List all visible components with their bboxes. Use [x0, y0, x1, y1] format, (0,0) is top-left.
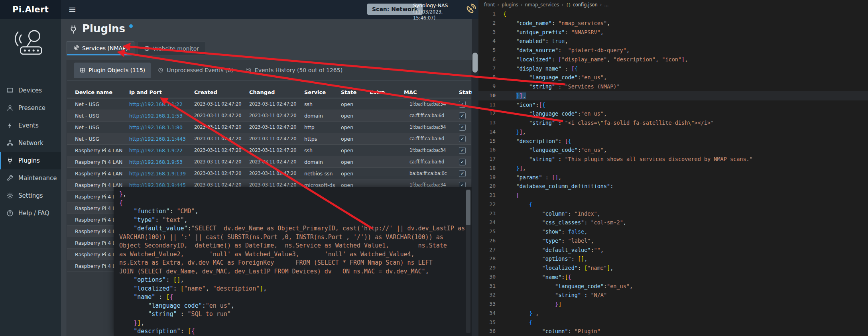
- column-header-status[interactable]: Status: [459, 89, 472, 95]
- editor-line[interactable]: 19 "params" : [],: [478, 173, 868, 182]
- brand-logo[interactable]: Pi.Alert: [0, 0, 61, 19]
- ip-port-link[interactable]: http://192.168.1.1:22: [129, 101, 183, 107]
- editor-line[interactable]: 2 "code_name": "nmap_services",: [478, 19, 868, 28]
- breadcrumb-item-nmap-services[interactable]: nmap_services: [525, 2, 559, 8]
- editor-line[interactable]: 35 {: [478, 318, 868, 327]
- status-checkbox[interactable]: ✓: [459, 124, 466, 131]
- table-row[interactable]: Net - USGhttp://192.168.1.1:532023-03-11…: [67, 110, 471, 122]
- table-row[interactable]: Net - USGhttp://192.168.1.1:4432023-03-1…: [67, 133, 471, 145]
- editor-line[interactable]: 11 "icon":[{: [478, 100, 868, 110]
- subtab-unprocessed-events-0[interactable]: Unprocessed Events (0): [152, 63, 239, 78]
- editor-line[interactable]: 29 "localized": ["name"],: [478, 263, 868, 273]
- sidebar-item-plugins[interactable]: Plugins: [0, 152, 61, 169]
- ip-port-link[interactable]: http://192.168.1.1:53: [129, 113, 183, 119]
- editor-line[interactable]: 7 "display_name" : [{: [478, 64, 868, 73]
- sidebar-item-presence[interactable]: Presence: [0, 99, 61, 117]
- editor-line[interactable]: 13 "string" : "<i class=\"fa-solid fa-sa…: [478, 118, 868, 128]
- editor-line[interactable]: 24 "css_classes": "col-sm-2",: [478, 218, 868, 227]
- status-cell: ✓: [459, 124, 472, 131]
- hamburger-menu-icon[interactable]: ≡: [64, 0, 81, 19]
- overlay-scrollbar[interactable]: [466, 189, 470, 333]
- plugin-subtabs: Plugin Objects (115)Unprocessed Events (…: [67, 60, 471, 81]
- column-header-created[interactable]: Created: [194, 89, 249, 95]
- editor-line[interactable]: 20 "database_column_definitions":: [478, 182, 868, 191]
- status-checkbox[interactable]: ✓: [459, 101, 466, 108]
- editor-line[interactable]: 4 "enabled": true,: [478, 37, 868, 46]
- tab-services-nmap[interactable]: Services (NMAP): [67, 41, 134, 55]
- editor-line[interactable]: 32 "string" : "N/A": [478, 291, 868, 300]
- editor-line[interactable]: 36 "column": "Plugin": [478, 327, 868, 336]
- editor-line[interactable]: 8 "language_code":"en_us",: [478, 73, 868, 82]
- breadcrumb-item-[interactable]: ...: [604, 2, 609, 8]
- ip-port-link[interactable]: http://192.168.1.1:80: [129, 124, 183, 130]
- breadcrumb-item-front[interactable]: front: [484, 2, 495, 8]
- editor-line[interactable]: 30 "name":[{: [478, 273, 868, 282]
- editor-line[interactable]: 16 "language_code":"en_us",: [478, 145, 868, 155]
- editor-line[interactable]: 1{: [478, 10, 868, 19]
- status-checkbox[interactable]: ✓: [459, 112, 466, 119]
- tab-website-monitor[interactable]: Website monitor: [138, 41, 205, 55]
- editor-line[interactable]: 6 "localized": ["display_name", "descrip…: [478, 55, 868, 64]
- editor-pane[interactable]: front›plugins›nmap_services›{}config.jso…: [478, 0, 868, 336]
- table-row[interactable]: Raspberry Pi 4 LANhttp://192.168.1.9:222…: [67, 145, 471, 156]
- editor-line[interactable]: 10 }],: [478, 91, 868, 100]
- sidebar-item-maintenance[interactable]: Maintenance: [0, 169, 61, 187]
- editor-line[interactable]: 5 "data_source": "pialert-db-query",: [478, 46, 868, 55]
- ip-port-link[interactable]: http://192.168.1.9:22: [129, 147, 183, 153]
- overlay-scrollbar-thumb[interactable]: [466, 190, 470, 225]
- line-number: 22: [478, 200, 503, 209]
- editor-line[interactable]: 3 "unique_prefix": "NMAPSRV",: [478, 28, 868, 37]
- breadcrumb-separator: ›: [600, 2, 602, 8]
- column-header-device-name[interactable]: Device name: [75, 89, 129, 95]
- page-scrollbar[interactable]: [472, 19, 478, 336]
- status-checkbox[interactable]: ✓: [459, 147, 466, 154]
- editor-line[interactable]: 9 "string" : "Services (NMAP)": [478, 82, 868, 91]
- breadcrumb-item-config-json[interactable]: {}config.json: [566, 2, 598, 8]
- editor-line[interactable]: 26 "type": "label",: [478, 236, 868, 246]
- editor-line[interactable]: 27 "default_value":"",: [478, 246, 868, 255]
- sidebar-item-settings[interactable]: Settings: [0, 187, 61, 204]
- sidebar: DevicesPresenceEventsNetworkPluginsMaint…: [0, 19, 61, 336]
- column-header-extra[interactable]: Extra: [370, 89, 404, 95]
- editor-line[interactable]: 14 }],: [478, 128, 868, 137]
- editor-line[interactable]: 15 "description": [{: [478, 137, 868, 146]
- column-header-service[interactable]: Service: [304, 89, 341, 95]
- editor-code[interactable]: 1{2 "code_name": "nmap_services",3 "uniq…: [478, 10, 868, 336]
- editor-line[interactable]: 34 } ,: [478, 309, 868, 318]
- editor-line[interactable]: 18 }],: [478, 164, 868, 173]
- editor-line[interactable]: 25 "show": false,: [478, 227, 868, 236]
- column-header-ip-and-port[interactable]: Ip and Port: [129, 89, 194, 95]
- ip-port-cell: http://192.168.1.1:443: [129, 136, 194, 142]
- status-checkbox[interactable]: ✓: [459, 159, 466, 165]
- sidebar-item-events[interactable]: Events: [0, 117, 61, 134]
- sidebar-item-devices[interactable]: Devices: [0, 82, 61, 99]
- subtab-plugin-objects-115[interactable]: Plugin Objects (115): [74, 63, 151, 78]
- editor-line[interactable]: 22 {: [478, 200, 868, 209]
- editor-line[interactable]: 12 "language_code":"en_us",: [478, 109, 868, 118]
- editor-line[interactable]: 23 "column": "Index",: [478, 209, 868, 218]
- table-row[interactable]: Raspberry Pi 4 LANhttp://192.168.1.9:139…: [67, 168, 471, 179]
- table-row[interactable]: Net - USGhttp://192.168.1.1:222023-03-11…: [67, 98, 471, 110]
- editor-line[interactable]: 21 [: [478, 191, 868, 200]
- ip-port-link[interactable]: http://192.168.1.9:139: [129, 171, 186, 177]
- column-header-changed[interactable]: Changed: [249, 89, 304, 95]
- sidebar-item-network[interactable]: Network: [0, 134, 61, 152]
- status-checkbox[interactable]: ✓: [459, 136, 466, 142]
- column-header-mac[interactable]: MAC: [404, 89, 459, 95]
- ip-port-link[interactable]: http://192.168.1.1:443: [129, 136, 186, 142]
- ip-port-link[interactable]: http://192.168.1.9:53: [129, 159, 183, 165]
- editor-line[interactable]: 31 "language_code":"en_us",: [478, 282, 868, 291]
- editor-line[interactable]: 28 "options": [],: [478, 254, 868, 263]
- table-row[interactable]: Raspberry Pi 4 LANhttp://192.168.1.9:532…: [67, 156, 471, 168]
- editor-line[interactable]: 33 }]: [478, 300, 868, 309]
- status-checkbox[interactable]: ✓: [459, 170, 466, 177]
- sidebar-item-help-faq[interactable]: Help / FAQ: [0, 204, 61, 222]
- subtab-events-history-50-out-of-1265[interactable]: Events History (50 out of 1265): [240, 63, 348, 78]
- editor-line[interactable]: 17 "string" : "This plugin shows all ser…: [478, 155, 868, 164]
- line-number: 13: [478, 118, 503, 128]
- header-activity-icon[interactable]: [465, 4, 476, 15]
- table-row[interactable]: Net - USGhttp://192.168.1.1:802023-03-11…: [67, 122, 471, 133]
- breadcrumb-item-plugins[interactable]: plugins: [502, 2, 518, 8]
- column-header-state[interactable]: State: [341, 89, 370, 95]
- page-scrollbar-thumb[interactable]: [472, 53, 478, 73]
